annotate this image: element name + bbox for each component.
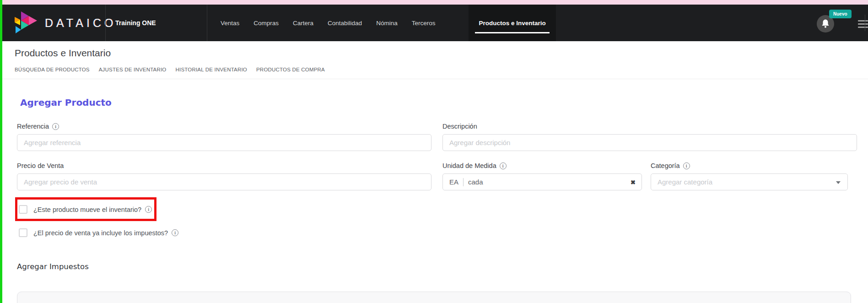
unit-name-value: cada [468, 178, 483, 186]
dataico-logo-icon [14, 11, 38, 35]
categoria-select[interactable] [651, 173, 848, 190]
incluye-impuestos-label[interactable]: ¿El precio de venta ya incluye los impue… [33, 229, 178, 237]
nav-item-nomina[interactable]: Nómina [375, 17, 399, 29]
categoria-label: Categoría i [651, 162, 690, 169]
navbar-right-cluster: Nuevo [804, 5, 868, 41]
top-navbar: DATAICO Training ONE Ventas Compras Cart… [0, 5, 868, 41]
unit-code-value: EA [449, 178, 458, 186]
referencia-input[interactable] [17, 134, 431, 151]
tab-productos-de-compra[interactable]: PRODUCTOS DE COMPRA [256, 67, 325, 72]
unidad-de-medida-label: Unidad de Medida i [442, 162, 507, 169]
categoria-input[interactable] [651, 174, 847, 190]
nav-item-terceros[interactable]: Terceros [411, 17, 437, 29]
info-icon[interactable]: i [683, 162, 690, 169]
nav-item-compras[interactable]: Compras [253, 17, 280, 29]
nav-item-productos-e-inventario[interactable]: Productos e Inventario [469, 5, 555, 41]
new-notification-badge[interactable]: Nuevo [829, 10, 852, 18]
main-nav-menu: Ventas Compras Cartera Contabilidad Nómi… [220, 5, 556, 41]
brand[interactable]: DATAICO [14, 5, 116, 41]
tab-ajustes-de-inventario[interactable]: AJUSTES DE INVENTARIO [99, 67, 167, 72]
tab-busqueda-de-productos[interactable]: BÚSQUEDA DE PRODUCTOS [15, 67, 90, 72]
mueve-inventario-label[interactable]: ¿Este producto mueve el inventario? i [33, 206, 152, 213]
precio-de-venta-label: Precio de Venta [17, 162, 64, 169]
page-title: Productos e Inventario [15, 48, 111, 59]
header-divider [0, 79, 868, 79]
info-icon[interactable]: i [500, 162, 507, 169]
mueve-inventario-row: ¿Este producto mueve el inventario? i [19, 205, 152, 214]
precio-de-venta-input[interactable] [17, 173, 431, 190]
info-icon[interactable]: i [145, 206, 152, 213]
impuestos-panel [17, 292, 851, 303]
annotation-top-strip [0, 0, 868, 5]
referencia-label: Referencia i [17, 123, 59, 130]
form-heading: Agregar Producto [20, 97, 112, 108]
tab-historial-de-inventario[interactable]: HISTORIAL DE INVENTARIO [176, 67, 247, 72]
info-icon[interactable]: i [172, 229, 178, 236]
descripcion-input[interactable] [442, 134, 857, 151]
company-name[interactable]: Training ONE [115, 5, 156, 41]
chevron-down-icon[interactable] [836, 181, 841, 184]
unit-value-divider [463, 178, 464, 186]
nav-item-cartera[interactable]: Cartera [292, 17, 314, 29]
incluye-impuestos-row: ¿El precio de venta ya incluye los impue… [19, 228, 178, 237]
info-icon[interactable]: i [52, 123, 59, 130]
sub-tab-bar: BÚSQUEDA DE PRODUCTOS AJUSTES DE INVENTA… [15, 67, 325, 72]
descripcion-label: Descripción [442, 123, 477, 130]
annotation-left-strip [0, 0, 2, 303]
bell-icon [820, 18, 830, 29]
nav-item-ventas[interactable]: Ventas [220, 17, 240, 29]
incluye-impuestos-checkbox[interactable] [19, 228, 27, 237]
impuestos-heading: Agregar Impuestos [17, 262, 89, 271]
nav-item-contabilidad[interactable]: Contabilidad [327, 17, 363, 29]
mueve-inventario-checkbox[interactable] [19, 205, 27, 214]
unidad-de-medida-select[interactable]: EA cada ✖ [442, 173, 642, 190]
navbar-divider [207, 5, 207, 41]
clear-icon[interactable]: ✖ [631, 179, 636, 185]
navbar-edge-divider [865, 15, 865, 31]
navbar-divider [105, 5, 106, 41]
hamburger-menu-icon[interactable] [858, 20, 868, 30]
